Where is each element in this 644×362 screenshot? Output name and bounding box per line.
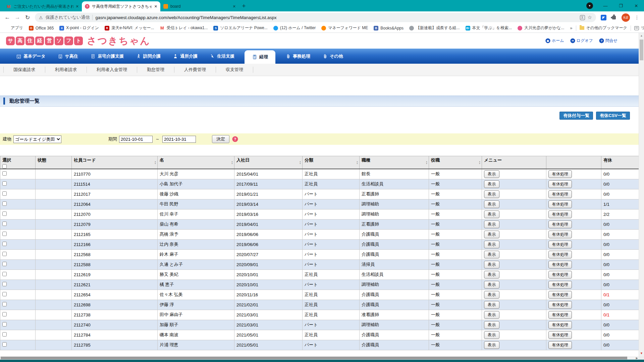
vertical-scrollbar[interactable]: ▲ ▼ bbox=[639, 33, 644, 356]
leave-process-button[interactable]: 有休処理 bbox=[548, 271, 572, 279]
show-button[interactable]: 表示 bbox=[484, 200, 499, 208]
show-button[interactable]: 表示 bbox=[484, 321, 499, 329]
bookmark-item[interactable]: BBooks&Apps bbox=[374, 26, 404, 31]
vertical-scroll-thumb[interactable] bbox=[640, 40, 643, 60]
bookmark-item[interactable]: Sソロエルアリーナ Powe... bbox=[213, 25, 267, 31]
leave-process-button[interactable]: 有休処理 bbox=[548, 210, 572, 218]
leave-process-button[interactable]: 有休処理 bbox=[548, 241, 572, 248]
column-header-名[interactable]: 名▲▼ bbox=[158, 156, 234, 169]
tab-close-icon[interactable]: ✕ bbox=[233, 4, 236, 9]
logout-link[interactable]: ログオフ bbox=[570, 38, 593, 44]
leave-process-button[interactable]: 有休処理 bbox=[548, 261, 572, 268]
leave-process-button[interactable]: 有休処理 bbox=[548, 180, 572, 188]
row-checkbox[interactable] bbox=[2, 212, 7, 216]
show-button[interactable]: 表示 bbox=[484, 341, 499, 349]
leave-process-button[interactable]: 有休処理 bbox=[548, 331, 572, 339]
show-button[interactable]: 表示 bbox=[484, 271, 499, 279]
row-checkbox[interactable] bbox=[2, 342, 7, 347]
nav-item-サ高住[interactable]: サ高住 bbox=[56, 49, 80, 64]
bookmark-item[interactable]: アプリ bbox=[4, 25, 23, 31]
browser-tab[interactable]: ?サ高住専用経営ソフトさつきちゃん✕ bbox=[82, 1, 160, 11]
new-tab-button[interactable]: + bbox=[239, 1, 249, 11]
leave-process-button[interactable]: 有休処理 bbox=[548, 190, 572, 198]
nav-item-訪問介護[interactable]: 訪問介護 bbox=[134, 49, 163, 64]
help-icon[interactable]: ? bbox=[232, 136, 238, 142]
translate-icon[interactable]: 文 bbox=[580, 15, 585, 20]
building-select[interactable]: ゴールドエイジ奥田 bbox=[13, 135, 61, 143]
row-checkbox[interactable] bbox=[2, 222, 7, 226]
leave-process-button[interactable]: 有休処理 bbox=[548, 301, 572, 309]
show-button[interactable]: 表示 bbox=[484, 241, 499, 248]
show-button[interactable]: 表示 bbox=[484, 221, 499, 228]
browser-tab[interactable]: Mご注文いただいた商品が発送されまし✕ bbox=[3, 1, 82, 11]
column-header-分類[interactable]: 分類▲▼ bbox=[303, 156, 360, 169]
column-header-職種[interactable]: 職種▲▼ bbox=[360, 156, 429, 169]
subnav-item-利用者入金管理[interactable]: 利用者入金管理 bbox=[87, 67, 137, 73]
scroll-right-arrow-icon[interactable]: ▶ bbox=[636, 356, 638, 360]
leave-process-button[interactable]: 有休処理 bbox=[548, 200, 572, 208]
select-all-checkbox[interactable] bbox=[2, 164, 7, 169]
nav-item-居宅介護支援[interactable]: 居宅介護支援 bbox=[88, 49, 126, 64]
leave-process-button[interactable]: 有休処理 bbox=[548, 231, 572, 238]
horizontal-scroll-thumb[interactable] bbox=[1, 357, 627, 359]
scroll-up-arrow-icon[interactable]: ▲ bbox=[639, 33, 644, 38]
show-button[interactable]: 表示 bbox=[484, 210, 499, 218]
leave-process-button[interactable]: 有休処理 bbox=[548, 221, 572, 228]
leave-process-button[interactable]: 有休処理 bbox=[548, 341, 572, 349]
row-checkbox[interactable] bbox=[2, 252, 7, 256]
period-to-input[interactable] bbox=[162, 136, 196, 143]
row-checkbox[interactable] bbox=[2, 262, 7, 266]
nav-item-事務処理[interactable]: 事務処理 bbox=[283, 49, 312, 64]
bookmark-star-icon[interactable]: ☆ bbox=[588, 14, 592, 20]
row-checkbox[interactable] bbox=[2, 322, 7, 326]
show-button[interactable]: 表示 bbox=[484, 301, 499, 309]
other-bookmarks-button[interactable]: その他のブックマーク bbox=[580, 25, 627, 31]
leave-process-button[interactable]: 有休処理 bbox=[548, 321, 572, 329]
bookmark-item[interactable]: M受信トレイ - okawa1... bbox=[160, 25, 208, 31]
subnav-item-収支管理[interactable]: 収支管理 bbox=[216, 67, 253, 73]
tab-close-icon[interactable]: ✕ bbox=[154, 4, 157, 9]
row-checkbox[interactable] bbox=[2, 171, 7, 176]
period-from-input[interactable] bbox=[119, 136, 153, 143]
row-checkbox[interactable] bbox=[2, 242, 7, 246]
bookmarks-overflow-chevron[interactable]: » bbox=[570, 25, 572, 31]
show-button[interactable]: 表示 bbox=[484, 311, 499, 319]
row-checkbox[interactable] bbox=[2, 282, 7, 286]
row-checkbox[interactable] bbox=[2, 272, 7, 276]
row-checkbox[interactable] bbox=[2, 312, 7, 316]
row-checkbox[interactable] bbox=[2, 201, 7, 206]
show-button[interactable]: 表示 bbox=[484, 170, 499, 178]
tab-close-icon[interactable]: ✕ bbox=[76, 4, 79, 9]
bookmark-item[interactable]: 大川光彦の夢がかな... bbox=[518, 25, 564, 31]
column-header-役職[interactable]: 役職▲▼ bbox=[429, 156, 482, 169]
bookmark-item[interactable]: R楽天e-NAVI: メッセー... bbox=[105, 25, 154, 31]
bookmark-item[interactable]: (12) ホーム / Twitter bbox=[273, 25, 316, 31]
url-text[interactable]: gasrv.japanwest.cloudapp.azure.com/web/A… bbox=[95, 15, 577, 20]
back-button[interactable]: ← bbox=[3, 13, 12, 22]
nav-item-通所介護[interactable]: 通所介護 bbox=[171, 49, 200, 64]
browser-tab[interactable]: board✕ bbox=[160, 1, 239, 11]
scroll-down-arrow-icon[interactable]: ▼ bbox=[639, 351, 644, 356]
reload-button[interactable]: ↻ bbox=[23, 13, 32, 22]
leave-process-button[interactable]: 有休処理 bbox=[548, 311, 572, 319]
address-bar[interactable]: ⚠ 保護されていない通信 gasrv.japanwest.cloudapp.az… bbox=[35, 13, 596, 22]
leave-process-button[interactable]: 有休処理 bbox=[548, 170, 572, 178]
nav-item-基本データ[interactable]: 基本データ bbox=[14, 49, 48, 64]
show-button[interactable]: 表示 bbox=[484, 281, 499, 289]
row-checkbox[interactable] bbox=[2, 332, 7, 337]
bookmark-item[interactable]: マネーフォワード ME bbox=[321, 25, 368, 31]
minimize-button[interactable]: — bbox=[598, 0, 613, 11]
browser-more-menu-icon[interactable]: ⋮ bbox=[635, 15, 639, 20]
nav-item-経理[interactable]: 経理 bbox=[245, 50, 275, 64]
subnav-item-国保連請求[interactable]: 国保連請求 bbox=[3, 67, 45, 73]
paid-leave-grant-list-button[interactable]: 有休付与一覧 bbox=[559, 112, 593, 120]
paid-leave-csv-list-button[interactable]: 有休CSV一覧 bbox=[596, 112, 630, 120]
show-button[interactable]: 表示 bbox=[484, 190, 499, 198]
column-header-入社日[interactable]: 入社日▲▼ bbox=[234, 156, 303, 169]
bookmark-item[interactable]: XX-point - ログイン bbox=[59, 25, 99, 31]
question-link[interactable]: ?問合せ bbox=[599, 38, 618, 44]
restore-button[interactable]: ❐ bbox=[613, 0, 629, 11]
show-button[interactable]: 表示 bbox=[484, 231, 499, 238]
reading-list-button[interactable]: リーディング リスト bbox=[634, 25, 644, 31]
row-checkbox[interactable] bbox=[2, 232, 7, 236]
